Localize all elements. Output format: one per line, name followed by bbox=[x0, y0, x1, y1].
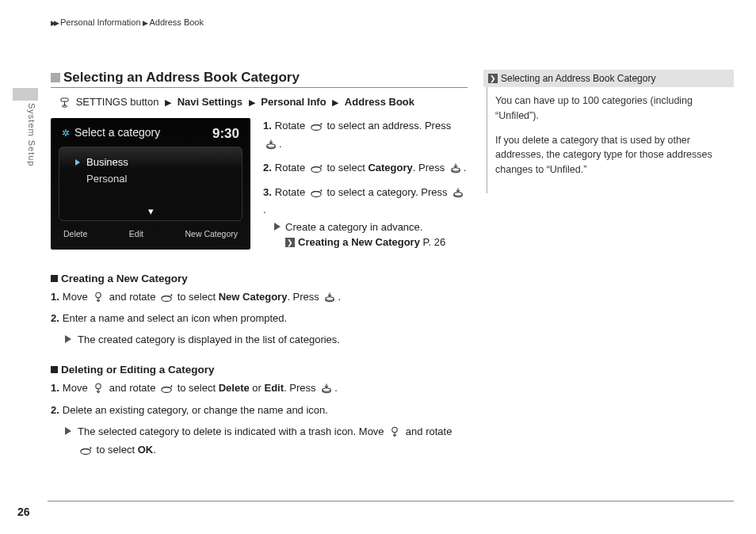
sidebar-p1: You can have up to 100 categories (inclu… bbox=[495, 93, 734, 124]
breadcrumb-a: Personal Information bbox=[60, 17, 141, 27]
breadcrumb-b: Address Book bbox=[150, 17, 204, 27]
screenshot-clock: 9:30 bbox=[212, 126, 239, 142]
creating-title: Creating a New Category bbox=[61, 273, 188, 284]
deleting-section: Deleting or Editing a Category 1.Move an… bbox=[51, 364, 468, 460]
sidebar: ❯ Selecting an Address Book Category You… bbox=[483, 70, 734, 193]
square-icon bbox=[51, 366, 58, 373]
nav-path-personal: Personal Info bbox=[261, 96, 326, 108]
ref-link[interactable]: Creating a New Category bbox=[298, 236, 420, 248]
press-icon bbox=[265, 139, 277, 154]
press-icon bbox=[449, 162, 462, 178]
creating-step-2: 2.Enter a name and select an icon when p… bbox=[51, 311, 468, 327]
dial-icon bbox=[310, 187, 323, 203]
dial-icon bbox=[160, 292, 173, 308]
screenshot-list: Business Personal ▾ bbox=[59, 147, 242, 221]
ref-icon: ❯ bbox=[285, 238, 295, 247]
press-icon bbox=[452, 187, 464, 203]
step-3-note: Create a category in advance. ❯Creating … bbox=[274, 219, 468, 250]
screenshot-item-business: Business bbox=[69, 154, 232, 170]
section-title: Selecting an Address Book Category bbox=[63, 70, 300, 86]
page-number: 26 bbox=[17, 505, 30, 518]
dial-icon bbox=[310, 120, 323, 136]
deleting-step-2: 2.Delete an existing category, or change… bbox=[51, 402, 468, 419]
section-marker-icon bbox=[51, 73, 60, 82]
nav-path: SETTINGS button ▶ Navi Settings ▶ Person… bbox=[57, 96, 468, 110]
screenshot-header: Select a category bbox=[74, 126, 160, 139]
footer-rule bbox=[48, 501, 734, 502]
dial-icon bbox=[310, 162, 323, 178]
sidebar-p2: If you delete a category that is used by… bbox=[495, 133, 734, 177]
triangle-icon bbox=[65, 335, 71, 343]
chevron-down-icon: ▾ bbox=[148, 205, 154, 217]
screenshot-footer: Delete Edit New Category bbox=[59, 229, 242, 238]
ref-icon: ❯ bbox=[488, 74, 498, 83]
breadcrumb: ▶▶Personal Information▶Address Book bbox=[51, 17, 204, 27]
nav-screenshot: ✲Select a category 9:30 Business Persona… bbox=[51, 118, 250, 250]
dial-icon bbox=[79, 444, 92, 460]
creating-section: Creating a New Category 1.Move and rotat… bbox=[51, 273, 468, 349]
nav-path-address: Address Book bbox=[345, 96, 414, 108]
triangle-icon bbox=[65, 427, 71, 435]
sidebar-title: Selecting an Address Book Category bbox=[501, 73, 655, 84]
section-title-row: Selecting an Address Book Category bbox=[51, 70, 468, 88]
sidebar-body: You can have up to 100 categories (inclu… bbox=[487, 87, 734, 193]
deleting-step-1: 1.Move and rotate to select Delete or Ed… bbox=[51, 380, 468, 399]
dial-icon bbox=[160, 383, 173, 399]
side-section-label: System Setup bbox=[27, 103, 36, 166]
deleting-note: The selected category to delete is indic… bbox=[65, 424, 468, 460]
step-3: 3.Rotate to select a category. Press . C… bbox=[263, 185, 468, 250]
press-icon bbox=[320, 383, 333, 399]
move-icon bbox=[388, 426, 401, 442]
triangle-icon bbox=[274, 223, 281, 231]
creating-note: The created category is displayed in the… bbox=[65, 332, 468, 348]
screenshot-footer-delete: Delete bbox=[63, 229, 87, 238]
nav-path-navi: Navi Settings bbox=[178, 96, 242, 108]
screenshot-footer-new: New Category bbox=[185, 229, 238, 238]
step-1: 1.Rotate to select an address. Press . bbox=[263, 118, 468, 154]
creating-step-1: 1.Move and rotate to select New Category… bbox=[51, 289, 468, 308]
sidebar-head: ❯ Selecting an Address Book Category bbox=[483, 70, 734, 87]
press-icon bbox=[323, 292, 336, 308]
gear-icon: ✲ bbox=[62, 128, 70, 139]
side-tab bbox=[13, 88, 38, 101]
square-icon bbox=[51, 275, 58, 282]
move-icon bbox=[92, 292, 105, 308]
main-steps: 1.Rotate to select an address. Press . 2… bbox=[263, 118, 468, 257]
screenshot-item-personal: Personal bbox=[69, 170, 232, 187]
move-icon bbox=[92, 383, 105, 399]
screenshot-footer-edit: Edit bbox=[129, 229, 143, 238]
nav-path-settings: SETTINGS button bbox=[76, 96, 159, 108]
deleting-title: Deleting or Editing a Category bbox=[61, 364, 215, 376]
step-2: 2.Rotate to select Category. Press . bbox=[263, 160, 468, 178]
settings-button-icon bbox=[59, 97, 71, 110]
